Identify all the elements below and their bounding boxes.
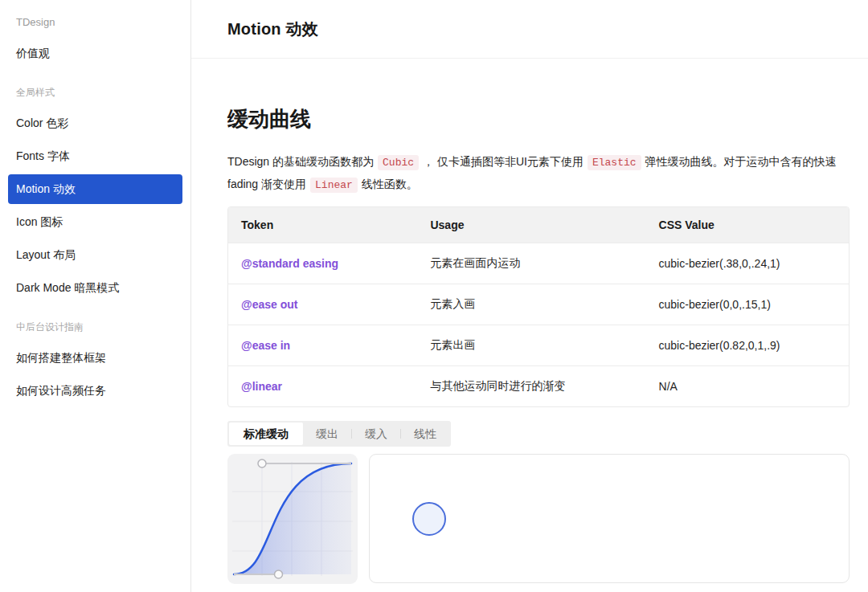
sidebar-item-color[interactable]: Color 色彩 [0, 107, 190, 140]
tab-ease-out[interactable]: 缓出 [303, 423, 351, 445]
table-row: @linear 与其他运动同时进行的渐变 N/A [228, 366, 849, 407]
tdesign-docs-page: TDesign 价值观 全局样式 Color 色彩 Fonts 字体 Motio… [0, 0, 868, 592]
sidebar-item-dark-mode[interactable]: Dark Mode 暗黑模式 [0, 272, 190, 304]
sidebar-item-framework-guide[interactable]: 如何搭建整体框架 [0, 341, 190, 374]
usage-cell: 与其他运动同时进行的渐变 [417, 366, 645, 407]
css-value-cell: cubic-bezier(0.82,0,1,.9) [646, 325, 849, 366]
sidebar-item-values[interactable]: 价值观 [0, 37, 190, 70]
sidebar-item-layout[interactable]: Layout 布局 [0, 239, 190, 272]
control-handle-bottom[interactable] [275, 570, 283, 578]
code-elastic: Elastic [588, 155, 641, 170]
page-header: Motion 动效 [191, 0, 868, 59]
bezier-curve-graph [227, 454, 358, 584]
usage-cell: 元素入画 [417, 284, 645, 325]
token-standard-easing: @standard easing [228, 243, 417, 284]
css-value-cell: cubic-bezier(0,0,.15,1) [646, 284, 849, 325]
easing-demo [227, 454, 850, 584]
sidebar-section-global-styles: 全局样式 [0, 76, 190, 107]
token-ease-in: @ease in [228, 325, 417, 366]
curve-area-fill [234, 463, 351, 574]
sidebar-section-admin-guide: 中后台设计指南 [0, 311, 190, 341]
bezier-curve-editor [227, 454, 358, 584]
table-row: @standard easing 元素在画面内运动 cubic-bezier(.… [228, 243, 849, 284]
easing-table: Token Usage CSS Value @standard easing 元… [227, 206, 850, 407]
sidebar: TDesign 价值观 全局样式 Color 色彩 Fonts 字体 Motio… [0, 0, 191, 592]
table-header-row: Token Usage CSS Value [228, 207, 849, 243]
animation-stage [369, 454, 850, 583]
section-title-easing-curves: 缓动曲线 [227, 105, 850, 133]
code-cubic: Cubic [378, 155, 419, 170]
css-value-cell: N/A [646, 366, 849, 407]
code-linear: Linear [310, 178, 358, 193]
css-value-cell: cubic-bezier(.38,0,.24,1) [646, 243, 849, 284]
intro-text-2: ， 仅卡通插图等非UI元素下使用 [423, 155, 583, 168]
intro-text-4: 线性函数。 [362, 178, 418, 190]
sidebar-item-motion[interactable]: Motion 动效 [8, 174, 182, 204]
easing-tabs: 标准缓动 缓出 缓入 线性 [227, 421, 451, 447]
intro-text-1: TDesign 的基础缓动函数都为 [227, 155, 374, 168]
tab-linear[interactable]: 线性 [401, 423, 449, 445]
sidebar-item-fonts[interactable]: Fonts 字体 [0, 140, 190, 173]
table-row: @ease out 元素入画 cubic-bezier(0,0,.15,1) [228, 284, 849, 325]
content-body: 缓动曲线 TDesign 的基础缓动函数都为Cubic， 仅卡通插图等非UI元素… [191, 59, 868, 584]
sidebar-item-icon[interactable]: Icon 图标 [0, 206, 190, 239]
main-content: Motion 动效 缓动曲线 TDesign 的基础缓动函数都为Cubic， 仅… [191, 0, 868, 592]
column-header-css-value: CSS Value [646, 207, 849, 243]
tab-standard-easing[interactable]: 标准缓动 [229, 423, 303, 445]
page-title: Motion 动效 [227, 18, 318, 40]
token-linear: @linear [228, 366, 417, 407]
column-header-usage: Usage [417, 207, 645, 243]
animation-ball [412, 502, 446, 536]
tab-ease-in[interactable]: 缓入 [352, 423, 400, 445]
intro-paragraph: TDesign 的基础缓动函数都为Cubic， 仅卡通插图等非UI元素下使用El… [227, 151, 850, 196]
tdesign-logo[interactable]: TDesign [0, 10, 190, 37]
token-ease-out: @ease out [228, 284, 417, 325]
usage-cell: 元素出画 [417, 325, 645, 366]
column-header-token: Token [228, 207, 417, 243]
usage-cell: 元素在画面内运动 [417, 243, 645, 284]
table-row: @ease in 元素出画 cubic-bezier(0.82,0,1,.9) [228, 325, 849, 366]
sidebar-item-tasks-guide[interactable]: 如何设计高频任务 [0, 374, 190, 407]
control-handle-top[interactable] [258, 459, 266, 467]
